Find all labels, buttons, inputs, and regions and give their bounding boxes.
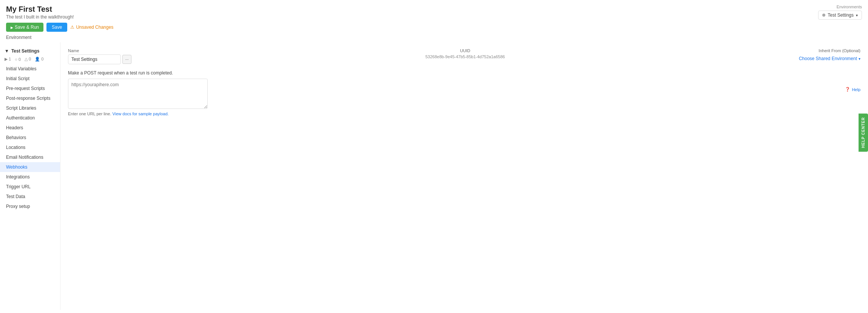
environment-row: Environment — [0, 35, 868, 42]
main-layout: ▼ Test Settings ▶ 1 ○ 0 △ 0 👤 0 Initial … — [0, 42, 868, 310]
sidebar-item-headers[interactable]: Headers — [0, 123, 60, 133]
sidebar-group-label: Test Settings — [11, 48, 39, 54]
unsaved-label: Unsaved Changes — [76, 25, 113, 30]
webhook-section: Make a POST request when a test run is c… — [68, 70, 860, 116]
sidebar-item-trigger-url[interactable]: Trigger URL — [0, 182, 60, 192]
uuid-field-group: UUID 53268e8b-9e45-47b5-85b1-4d752a1a658… — [147, 48, 784, 59]
sidebar-item-post-response-scripts[interactable]: Post-response Scripts — [0, 93, 60, 103]
field-row-top: Name ··· UUID 53268e8b-9e45-47b5-85b1-4d… — [68, 48, 860, 64]
webhook-docs-link[interactable]: View docs for sample payload. — [113, 112, 169, 116]
unsaved-changes-indicator: ⚠ Unsaved Changes — [70, 25, 113, 30]
name-input-wrap: ··· — [68, 54, 131, 64]
warning-icon: ⚠ — [70, 25, 74, 30]
inherit-label: Inherit From (Optional) — [799, 48, 860, 53]
stat-error: △ 0 — [25, 57, 31, 62]
sidebar-item-initial-variables[interactable]: Initial Variables — [0, 64, 60, 74]
save-run-label: Save & Run — [15, 25, 39, 30]
page-subtitle: The test I built in the walkthrough! — [6, 14, 74, 20]
sidebar-item-locations[interactable]: Locations — [0, 143, 60, 152]
sidebar-group-header[interactable]: ▼ Test Settings — [0, 46, 60, 56]
webhook-url-input[interactable] — [68, 79, 208, 109]
help-button[interactable]: ❓ Help — [845, 87, 860, 92]
play-icon — [11, 25, 13, 30]
help-label: Help — [852, 87, 860, 92]
sidebar-item-proxy-setup[interactable]: Proxy setup — [0, 201, 60, 211]
sidebar-item-test-data[interactable]: Test Data — [0, 192, 60, 201]
name-edit-button[interactable]: ··· — [122, 55, 131, 64]
environments-label: Environments — [837, 5, 862, 9]
webhook-hint-text: Enter one URL per line. — [68, 112, 111, 116]
choose-shared-label: Choose Shared Environment — [799, 56, 857, 61]
save-label: Save — [52, 25, 62, 30]
sidebar-item-pre-request-scripts[interactable]: Pre-request Scripts — [0, 84, 60, 93]
sidebar-section: ▼ Test Settings ▶ 1 ○ 0 △ 0 👤 0 Initial … — [0, 44, 60, 214]
sidebar-item-initial-script[interactable]: Initial Script — [0, 74, 60, 84]
help-center-widget[interactable]: HELP CENTER — [859, 113, 868, 152]
sidebar-item-email-notifications[interactable]: Email Notifications — [0, 152, 60, 162]
collapse-icon: ▼ — [5, 48, 9, 54]
uuid-label: UUID — [147, 48, 784, 53]
sidebar-item-authentication[interactable]: Authentication — [0, 113, 60, 123]
save-button[interactable]: Save — [46, 23, 67, 32]
stat-run: ▶ 1 — [5, 57, 11, 62]
toolbar: Save & Run Save ⚠ Unsaved Changes — [0, 20, 868, 35]
form-section: Name ··· UUID 53268e8b-9e45-47b5-85b1-4d… — [68, 48, 860, 116]
save-and-run-button[interactable]: Save & Run — [6, 23, 43, 32]
help-center-label: HELP CENTER — [861, 117, 865, 148]
name-input[interactable] — [68, 54, 121, 64]
inherit-field-group: Inherit From (Optional) Choose Shared En… — [799, 48, 860, 61]
webhook-hint: Enter one URL per line. View docs for sa… — [68, 112, 860, 116]
env-status-dot — [822, 14, 825, 17]
dropdown-icon: ▾ — [859, 57, 860, 61]
stat-user: 👤 0 — [35, 57, 43, 62]
environments-area: Environments Test Settings ▾ — [818, 5, 862, 20]
environment-label: Environment — [6, 35, 31, 40]
sidebar-item-integrations[interactable]: Integrations — [0, 172, 60, 182]
content-area: Name ··· UUID 53268e8b-9e45-47b5-85b1-4d… — [60, 42, 868, 310]
environment-selector[interactable]: Test Settings ▾ — [818, 11, 862, 20]
sidebar-stats: ▶ 1 ○ 0 △ 0 👤 0 — [0, 56, 60, 64]
name-field-group: Name ··· — [68, 48, 131, 64]
sidebar-item-behaviors[interactable]: Behaviors — [0, 133, 60, 143]
choose-shared-environment[interactable]: Choose Shared Environment ▾ — [799, 56, 860, 61]
sidebar-item-webhooks[interactable]: Webhooks — [0, 162, 60, 172]
help-circle-icon: ❓ — [845, 87, 850, 92]
env-name: Test Settings — [828, 12, 854, 18]
sidebar: ▼ Test Settings ▶ 1 ○ 0 △ 0 👤 0 Initial … — [0, 42, 60, 310]
sidebar-item-script-libraries[interactable]: Script Libraries — [0, 103, 60, 113]
stat-warn: ○ 0 — [15, 57, 21, 62]
chevron-down-icon: ▾ — [856, 13, 858, 17]
page-title: My First Test — [6, 5, 74, 14]
webhook-description: Make a POST request when a test run is c… — [68, 70, 860, 76]
title-area: My First Test The test I built in the wa… — [6, 5, 74, 20]
name-label: Name — [68, 48, 131, 53]
uuid-value: 53268e8b-9e45-47b5-85b1-4d752a1a6586 — [147, 54, 784, 59]
